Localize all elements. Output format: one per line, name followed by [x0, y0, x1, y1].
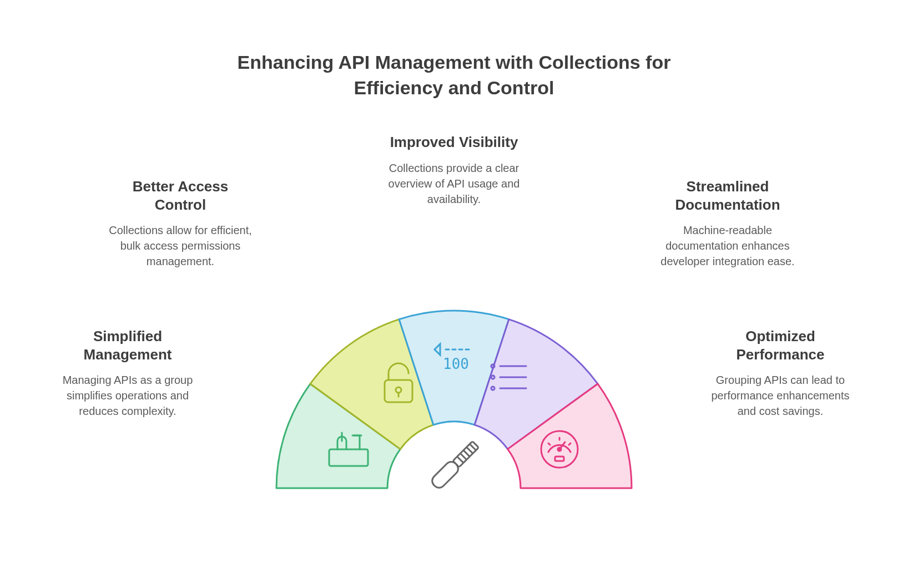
label-heading: Optimized Performance: [708, 327, 852, 363]
label-body: Managing APIs as a group simplifies oper…: [56, 372, 200, 419]
label-simplified-management: Simplified Management Managing APIs as a…: [56, 327, 200, 419]
label-body: Collections provide a clear overview of …: [382, 160, 526, 207]
svg-text:100: 100: [443, 356, 469, 372]
label-body: Machine-readable documentation enhances …: [655, 222, 800, 269]
label-heading: Simplified Management: [56, 327, 200, 363]
svg-rect-11: [430, 459, 461, 490]
screwdriver-icon: [430, 440, 480, 490]
fan-diagram: 100: [204, 277, 704, 499]
label-body: Collections allow for efficient, bulk ac…: [108, 222, 253, 269]
label-heading: Better Access Control: [108, 178, 253, 214]
label-heading: Improved Visibility: [382, 133, 526, 151]
svg-point-8: [558, 448, 561, 451]
label-heading: Streamlined Documentation: [655, 178, 800, 214]
label-body: Grouping APIs can lead to performance en…: [708, 372, 852, 419]
label-improved-visibility: Improved Visibility Collections provide …: [382, 133, 526, 207]
label-better-access-control: Better Access Control Collections allow …: [108, 178, 253, 269]
diagram-title: Enhancing API Management with Collection…: [204, 50, 704, 101]
label-streamlined-documentation: Streamlined Documentation Machine-readab…: [655, 178, 800, 269]
svg-rect-10: [453, 441, 479, 467]
label-optimized-performance: Optimized Performance Grouping APIs can …: [708, 327, 852, 419]
